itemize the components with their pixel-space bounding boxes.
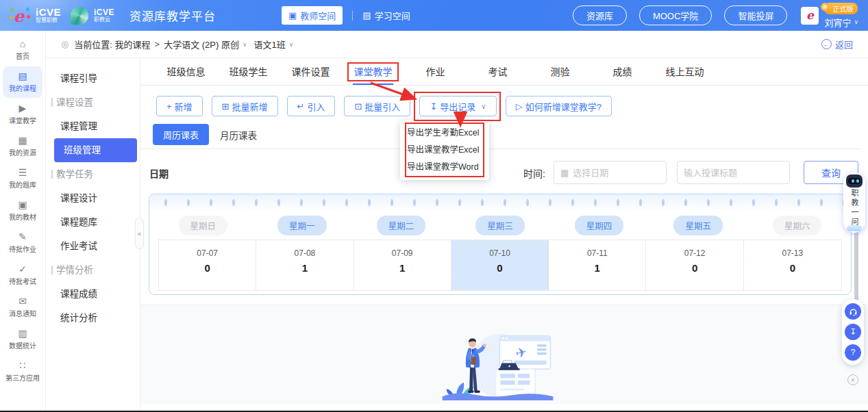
submenu-group-course-settings: 课程设置 [46, 90, 140, 114]
sidebar-item-pending-homework[interactable]: ✎ 待批作业 [3, 227, 42, 259]
breadcrumb-class[interactable]: 语文1班 [254, 38, 286, 51]
divider [140, 149, 861, 149]
date-cell[interactable]: 07-11 1 [549, 240, 646, 290]
menu-item-export-teaching-excel[interactable]: 导出课堂教学Excel [400, 142, 489, 159]
tab-classroom-teaching[interactable]: 课堂教学 [342, 58, 404, 85]
date-cell[interactable]: 07-09 1 [354, 240, 451, 290]
user-name: 刘宵宁 [824, 16, 851, 29]
submenu-group-teaching-tasks: 教学任务 [46, 162, 140, 186]
sidebar-item-messages[interactable]: ✉ 消息通知 [3, 292, 42, 323]
submenu-course-guide[interactable]: 课程引导 [46, 66, 140, 90]
submenu-statistical-analysis[interactable]: 统计分析 [46, 306, 140, 330]
smart-casting-button[interactable]: 智能投屏 [724, 5, 787, 25]
submenu-course-management[interactable]: 课程管理 [46, 114, 140, 138]
date-cell[interactable]: 07-12 0 [646, 240, 743, 290]
date-cell[interactable]: 07-13 0 [744, 240, 841, 290]
avatar[interactable]: e [801, 7, 819, 25]
location-icon: ◎ [61, 39, 69, 49]
menu-item-export-attendance-excel[interactable]: 导出学生考勤Excel [400, 125, 489, 142]
weekday-sunday[interactable]: 星期日 [179, 216, 228, 235]
teacher-space-button[interactable]: ▣ 教师空间 [282, 6, 343, 25]
video-icon: ▷ [516, 102, 523, 111]
add-button[interactable]: + 新增 [156, 96, 203, 116]
weekday-tuesday[interactable]: 星期二 [377, 216, 426, 235]
sidebar-item-statistics[interactable]: ▥ 数据统计 [3, 324, 42, 355]
weekday-saturday[interactable]: 星期六 [773, 216, 822, 235]
weekday-friday[interactable]: 星期五 [673, 216, 723, 235]
calendar-icon: ▦ [560, 168, 569, 178]
submenu-class-management[interactable]: 班级管理 [54, 138, 137, 162]
tab-homework[interactable]: 作业 [404, 58, 467, 85]
chevron-down-icon[interactable]: ∨ [289, 41, 294, 48]
sidebar-item-home[interactable]: ⌂ 首页 [3, 34, 42, 66]
breadcrumb-separator: > [155, 39, 160, 49]
sidebar-item-textbooks[interactable]: ▣ 我的教材 [3, 195, 42, 227]
tab-exam[interactable]: 考试 [467, 58, 529, 85]
batch-add-icon: ⊞ [222, 102, 230, 111]
date-cell-selected[interactable]: 07-10 0 [451, 240, 549, 290]
download-icon: ↧ [430, 102, 437, 111]
submenu-course-question-bank[interactable]: 课程题库 [46, 210, 140, 234]
breadcrumb-course[interactable]: 大学语文 (2P) 原创 [164, 38, 239, 51]
chevron-down-icon[interactable]: ∨ [243, 41, 247, 48]
weekday-row: 星期日 星期一 星期二 星期三 星期四 星期五 星期六 [153, 214, 847, 236]
help-button[interactable]: ? [845, 344, 861, 361]
user-menu[interactable]: 刘宵宁 ∨ [824, 16, 858, 29]
toolbar: + 新增 ⊞ 批量新增 ↵ 引入 ⊡ 批量引入 ↧ 导出记录 ∨ ▷ 如何新增课… [156, 96, 612, 116]
import-button[interactable]: ↵ 引入 [287, 96, 336, 116]
sidebar-item-my-resources[interactable]: ▦ 我的资源 [3, 131, 42, 162]
tab-class-info[interactable]: 班级信息 [155, 58, 217, 85]
submenu-course-design[interactable]: 课程设计 [46, 186, 140, 210]
back-button[interactable]: ← 返回 [821, 38, 853, 51]
submenu-course-grades[interactable]: 课程成绩 [46, 282, 140, 306]
collapse-sidebar-handle[interactable]: « [135, 218, 144, 249]
lesson-title-input[interactable] [684, 168, 783, 178]
sidebar-item-question-bank[interactable]: ☰ 我的题库 [3, 163, 42, 194]
tab-quiz[interactable]: 测验 [529, 58, 591, 85]
sidebar-item-pending-exams[interactable]: ✓ 待批考试 [3, 259, 42, 291]
learning-space-icon: ▤ [362, 10, 371, 21]
tab-grades[interactable]: 成绩 [591, 58, 654, 85]
date-picker-field[interactable]: ▦ [554, 161, 667, 184]
learning-space-link[interactable]: ▤ 学习空间 [362, 9, 410, 22]
icon-sidebar: ⌂ 首页 ▤ 我的课程 ▶ 课堂教学 ▦ 我的资源 ☰ 我的题库 ▣ 我的教材 … [0, 31, 46, 412]
close-widget-button[interactable]: × [847, 374, 858, 385]
headset-icon [849, 307, 858, 316]
sidebar-item-my-courses[interactable]: ▤ 我的课程 [3, 66, 42, 98]
month-view-tab[interactable]: 月历课表 [220, 128, 257, 142]
calendar-view-tabs: 周历课表 月历课表 [153, 124, 257, 145]
version-badge: 正式版 [824, 3, 858, 14]
date-picker-input[interactable] [573, 168, 660, 178]
assistant-widget[interactable]: 职教一问 [843, 172, 865, 233]
date-cell[interactable]: 07-07 0 [159, 240, 256, 290]
download-button[interactable]: ↧ [845, 324, 861, 340]
sidebar-item-classroom-teaching[interactable]: ▶ 课堂教学 [3, 99, 42, 130]
sidebar-item-third-party[interactable]: ∷ 第三方应用 [3, 356, 42, 387]
customer-service-button[interactable] [845, 303, 861, 320]
tab-class-students[interactable]: 班级学生 [217, 58, 280, 85]
textbook-icon: ▣ [18, 200, 27, 209]
user-area: e 正式版 刘宵宁 ∨ [801, 3, 858, 29]
weekday-monday[interactable]: 星期一 [277, 216, 327, 235]
week-view-tab[interactable]: 周历课表 [153, 124, 209, 145]
date-cell[interactable]: 07-08 1 [256, 240, 354, 290]
how-to-add-help-button[interactable]: ▷ 如何新增课堂教学? [506, 96, 612, 116]
batch-add-button[interactable]: ⊞ 批量新增 [212, 96, 278, 116]
course-submenu: 课程引导 课程设置 课程管理 班级管理 教学任务 课程设计 课程题库 作业考试 … [46, 58, 140, 412]
chevron-down-icon: ∨ [854, 18, 858, 25]
mooc-academy-button[interactable]: MOOC学院 [639, 5, 712, 25]
batch-import-button[interactable]: ⊡ 批量引入 [344, 96, 410, 116]
lesson-title-field[interactable] [677, 161, 790, 184]
check-icon: ✓ [18, 264, 27, 274]
resource-library-button[interactable]: 资源库 [573, 5, 627, 25]
menu-item-export-teaching-word[interactable]: 导出课堂教学Word [400, 159, 489, 176]
space-switcher: ▣ 教师空间 ▤ 学习空间 [282, 6, 410, 25]
export-records-button[interactable]: ↧ 导出记录 ∨ [419, 96, 496, 116]
weekday-thursday[interactable]: 星期四 [575, 216, 624, 235]
weekday-wednesday[interactable]: 星期三 [475, 216, 525, 235]
icve-zhihui-logo: iCVE 智慧职教 [36, 7, 61, 23]
class-tabs: 班级信息 班级学生 课件设置 课堂教学 作业 考试 测验 成绩 线上互动 [140, 58, 868, 86]
submenu-homework-exam[interactable]: 作业考试 [46, 234, 140, 258]
tab-online-interaction[interactable]: 线上互动 [654, 58, 716, 85]
tab-courseware-settings[interactable]: 课件设置 [280, 58, 342, 85]
